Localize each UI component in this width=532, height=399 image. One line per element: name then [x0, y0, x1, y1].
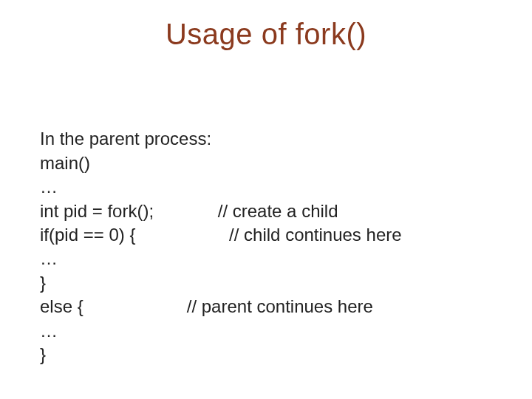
slide-title: Usage of fork(): [0, 18, 532, 51]
slide-body: In the parent process: main() … int pid …: [40, 103, 498, 366]
code-line: else { // parent continues here: [40, 296, 373, 316]
code-line: }: [40, 344, 46, 364]
code-line: …: [40, 248, 58, 268]
slide: Usage of fork() In the parent process: m…: [0, 0, 532, 399]
code-line: if(pid == 0) { // child continues here: [40, 225, 402, 245]
code-line: main(): [40, 153, 90, 173]
code-line: In the parent process:: [40, 129, 211, 149]
code-line: …: [40, 177, 58, 197]
code-line: int pid = fork(); // create a child: [40, 201, 338, 221]
code-line: }: [40, 273, 46, 293]
code-line: …: [40, 321, 58, 341]
